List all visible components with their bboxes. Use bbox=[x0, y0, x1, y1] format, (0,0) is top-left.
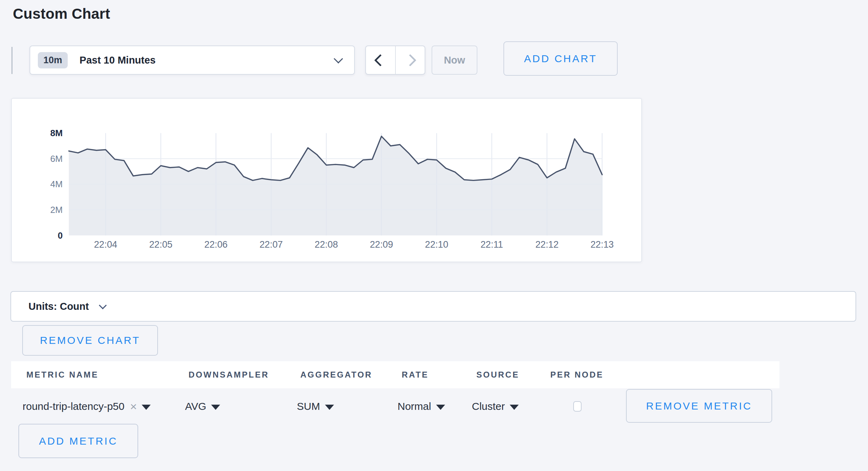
rate-select[interactable]: Normal bbox=[398, 392, 445, 421]
toolbar-divider bbox=[11, 47, 12, 74]
col-per-node: PER NODE bbox=[550, 361, 603, 388]
metrics-table-header: METRIC NAME DOWNSAMPLER AGGREGATOR RATE … bbox=[11, 361, 779, 388]
metric-name-value: round-trip-latency-p50 bbox=[23, 400, 124, 412]
time-window-badge: 10m bbox=[38, 52, 68, 68]
x-tick-label: 22:04 bbox=[94, 239, 117, 250]
rate-value: Normal bbox=[398, 400, 431, 412]
units-label: Units: Count bbox=[28, 301, 89, 312]
downsampler-select[interactable]: AVG bbox=[185, 392, 220, 421]
y-tick-label: 8M bbox=[50, 128, 63, 138]
caret-down-icon bbox=[436, 405, 445, 410]
chevron-down-icon bbox=[99, 301, 107, 309]
caret-down-icon bbox=[325, 405, 334, 410]
x-tick-label: 22:05 bbox=[149, 239, 173, 250]
caret-down-icon bbox=[510, 405, 519, 410]
add-metric-button[interactable]: ADD METRIC bbox=[18, 424, 138, 458]
x-tick-label: 22:11 bbox=[481, 239, 503, 250]
col-downsampler: DOWNSAMPLER bbox=[189, 361, 269, 388]
time-window-label: Past 10 Minutes bbox=[80, 55, 323, 66]
x-tick-label: 22:13 bbox=[591, 239, 614, 250]
x-tick-label: 22:06 bbox=[205, 239, 228, 250]
col-metric-name: METRIC NAME bbox=[26, 361, 99, 388]
x-icon[interactable]: × bbox=[130, 400, 137, 413]
remove-chart-button[interactable]: REMOVE CHART bbox=[22, 325, 158, 356]
caret-down-icon bbox=[211, 405, 220, 410]
aggregator-value: SUM bbox=[297, 400, 320, 412]
x-tick-label: 22:09 bbox=[370, 239, 393, 250]
now-button[interactable]: Now bbox=[432, 46, 477, 75]
x-tick-label: 22:10 bbox=[425, 239, 448, 250]
time-pager bbox=[365, 46, 425, 75]
remove-metric-button[interactable]: REMOVE METRIC bbox=[626, 389, 772, 423]
x-tick-label: 22:08 bbox=[315, 239, 338, 250]
time-range-select[interactable]: 10m Past 10 Minutes bbox=[30, 46, 355, 75]
x-tick-label: 22:12 bbox=[535, 239, 559, 250]
downsampler-value: AVG bbox=[185, 400, 206, 412]
custom-chart-card: 22:0422:0522:0622:0722:0822:0922:1022:11… bbox=[11, 98, 642, 262]
chevron-left-icon bbox=[374, 54, 386, 66]
chevron-right-icon bbox=[404, 54, 416, 66]
latency-area-chart[interactable]: 22:0422:0522:0622:0722:0822:0922:1022:11… bbox=[12, 99, 641, 262]
x-tick-label: 22:07 bbox=[259, 239, 283, 250]
y-tick-label: 2M bbox=[50, 205, 63, 215]
col-aggregator: AGGREGATOR bbox=[300, 361, 372, 388]
y-tick-label: 4M bbox=[50, 179, 63, 189]
units-select[interactable]: Units: Count bbox=[10, 291, 856, 322]
add-chart-button[interactable]: ADD CHART bbox=[503, 41, 618, 76]
aggregator-select[interactable]: SUM bbox=[297, 392, 334, 421]
metric-name-select[interactable]: round-trip-latency-p50 × bbox=[23, 392, 151, 421]
per-node-checkbox[interactable] bbox=[573, 401, 582, 412]
y-tick-label: 0 bbox=[58, 231, 62, 240]
prev-interval-button[interactable] bbox=[366, 46, 395, 74]
source-value: Cluster bbox=[472, 400, 505, 412]
col-source: SOURCE bbox=[476, 361, 519, 388]
caret-down-icon bbox=[142, 405, 151, 410]
y-tick-label: 6M bbox=[50, 154, 63, 164]
page-title: Custom Chart bbox=[13, 6, 110, 22]
chevron-down-icon bbox=[334, 54, 343, 63]
source-select[interactable]: Cluster bbox=[472, 392, 519, 421]
chart-area-fill bbox=[69, 136, 602, 235]
next-interval-button[interactable] bbox=[395, 46, 425, 74]
col-rate: RATE bbox=[402, 361, 429, 388]
